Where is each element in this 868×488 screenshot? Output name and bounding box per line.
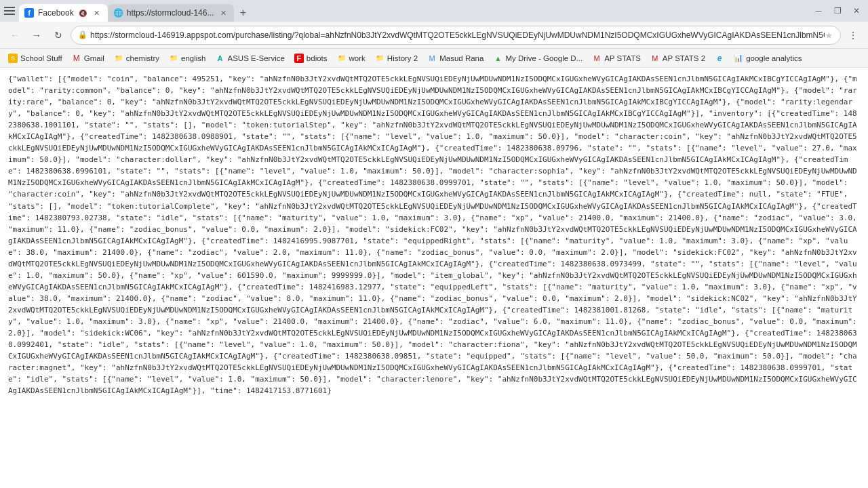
bookmark-favicon-f: F [294, 54, 304, 63]
bookmark-item-school[interactable]: S School Stuff [4, 51, 66, 66]
bookmark-label-work: work [349, 54, 366, 62]
bookmark-item-gmail[interactable]: M Gmail [68, 51, 108, 66]
nav-right-buttons: ⋮ [844, 26, 863, 45]
bookmark-favicon-chemistry: 📁 [114, 54, 123, 63]
tab-close-stormcloud[interactable]: ✕ [218, 7, 229, 18]
bookmark-label-history2: History 2 [387, 54, 418, 62]
tab-mute-facebook[interactable]: 🔇 [78, 8, 87, 18]
bookmark-label-school: School Stuff [20, 54, 62, 62]
new-tab-button[interactable]: + [234, 4, 252, 22]
bookmark-item-ap2[interactable]: M AP STATS 2 [646, 51, 709, 66]
bookmark-item-drive[interactable]: ▲ My Drive - Google D... [489, 51, 587, 66]
bookmark-favicon-masud: M [427, 54, 437, 63]
bookmark-favicon-work: 📁 [337, 54, 347, 63]
bookmark-label-gmail: Gmail [84, 54, 104, 62]
tab-stormcloud[interactable]: 🌐 https://stormcloud-146... ✕ [108, 4, 235, 22]
tabs-container: f Facebook 🔇 ✕ 🌐 https://stormcloud-146.… [19, 0, 252, 22]
reload-button[interactable]: ↻ [49, 26, 68, 45]
bookmark-favicon-gmail: M [72, 54, 81, 63]
maximize-button[interactable]: ❐ [829, 2, 846, 20]
tab-label-stormcloud: https://stormcloud-146... [127, 8, 214, 18]
bookmark-favicon-english: 📁 [169, 54, 178, 63]
secure-icon: 🔒 [78, 30, 87, 39]
bookmark-favicon-drive: ▲ [493, 54, 502, 63]
tab-facebook[interactable]: f Facebook 🔇 ✕ [19, 4, 108, 22]
bookmark-label-analytics: google analytics [746, 54, 802, 62]
content-area[interactable]: {"wallet": [{"model": "coin", "balance":… [0, 68, 868, 488]
bookmark-item-ie[interactable]: e [711, 51, 728, 66]
bookmark-label-asus: ASUS E-Service [228, 54, 285, 62]
bookmark-favicon-school: S [8, 54, 18, 63]
bookmark-label-ap2: AP STATS 2 [663, 54, 705, 62]
bookmark-item-ap[interactable]: M AP STATS [588, 51, 645, 66]
extensions-button[interactable]: ⋮ [844, 26, 863, 45]
close-button[interactable]: ✕ [848, 2, 865, 20]
tab-close-facebook[interactable]: ✕ [92, 7, 102, 18]
bookmark-favicon-analytics: 📊 [734, 54, 743, 63]
bookmark-item-work[interactable]: 📁 work [333, 51, 370, 66]
tab-label-facebook: Facebook [38, 8, 74, 18]
tab-favicon-stormcloud: 🌐 [113, 8, 123, 18]
nav-bar: ← → ↻ 🔒 ★ ⋮ [0, 22, 868, 49]
bookmark-label-f: bdiots [307, 54, 328, 62]
bookmark-item-history2[interactable]: 📁 History 2 [371, 51, 422, 66]
title-bar-left: f Facebook 🔇 ✕ 🌐 https://stormcloud-146.… [3, 0, 252, 22]
address-input[interactable] [90, 30, 825, 40]
bookmark-favicon-history2: 📁 [375, 54, 384, 63]
window-controls: ─ ❐ ✕ [810, 2, 865, 20]
bookmark-item-analytics[interactable]: 📊 google analytics [730, 51, 806, 66]
bookmark-item-masud[interactable]: M Masud Rana [423, 51, 488, 66]
bookmark-item-chemistry[interactable]: 📁 chemistry [110, 51, 163, 66]
bookmark-favicon-ap2: M [650, 54, 660, 63]
minimize-button[interactable]: ─ [810, 2, 827, 20]
bookmark-label-chemistry: chemistry [126, 54, 159, 62]
back-button[interactable]: ← [5, 26, 24, 45]
bookmark-item-f[interactable]: F bdiots [290, 51, 332, 66]
title-bar: f Facebook 🔇 ✕ 🌐 https://stormcloud-146.… [0, 0, 868, 22]
app-menu-icon[interactable] [3, 4, 16, 18]
bookmark-star-icon[interactable]: ★ [825, 30, 833, 41]
bookmark-label-masud: Masud Rana [439, 54, 484, 62]
bookmarks-bar: S School Stuff M Gmail 📁 chemistry 📁 eng… [0, 49, 868, 68]
bookmark-label-ap: AP STATS [604, 54, 641, 62]
bookmark-favicon-asus: A [216, 54, 225, 63]
bookmark-label-drive: My Drive - Google D... [505, 54, 583, 62]
bookmark-favicon-ap: M [592, 54, 601, 63]
bookmark-label-english: english [181, 54, 205, 62]
bookmark-item-asus[interactable]: A ASUS E-Service [212, 51, 289, 66]
bookmark-favicon-ie: e [715, 54, 724, 63]
forward-button[interactable]: → [27, 26, 46, 45]
bookmark-item-english[interactable]: 📁 english [165, 51, 210, 66]
json-content: {"wallet": [{"model": "coin", "balance":… [8, 73, 860, 396]
tab-favicon-facebook: f [24, 8, 34, 18]
address-bar-container[interactable]: 🔒 ★ [71, 26, 841, 45]
